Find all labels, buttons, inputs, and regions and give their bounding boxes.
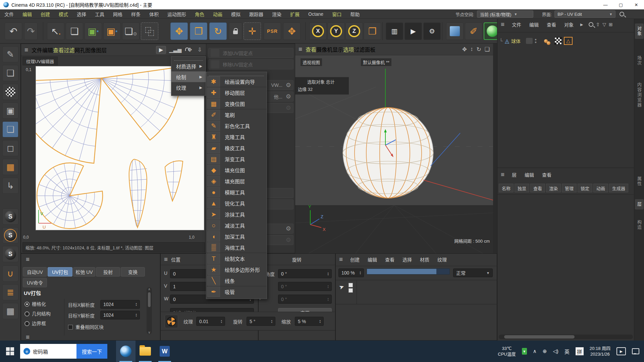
uv-polygons-mode-icon[interactable]: ▦ (2, 159, 18, 175)
texture-mode-icon[interactable] (2, 84, 18, 100)
z-axis-toggle[interactable]: Z (345, 22, 363, 40)
menu-item-material-select[interactable]: 材质选择▶ (171, 61, 206, 71)
uv-menu-item[interactable]: 图像 (85, 46, 96, 54)
magnet-snap-icon[interactable]: ∪ (2, 265, 18, 282)
paint-menu-item[interactable]: 查看 (381, 256, 398, 263)
tab-uv-pack[interactable]: UV打包 (48, 267, 72, 277)
draw-menu-item[interactable]: T 绘制文本 (206, 253, 267, 264)
draw-menu-item[interactable]: ✱ 绘画设置向导 (206, 76, 267, 87)
uv-menu-item[interactable]: 网孔 (74, 46, 85, 54)
blend-mode-dropdown[interactable]: 正常▼ (453, 268, 493, 277)
close-button[interactable]: ✕ (629, 0, 644, 9)
draw-menu-item[interactable]: ◆ 填充位图 (206, 165, 267, 176)
pen-mode-icon[interactable]: ✎ (2, 46, 18, 62)
draw-menu-item[interactable]: ● 模糊工具 (206, 187, 267, 198)
layer-visibility-checkboxes[interactable] (348, 282, 353, 294)
filter-icon[interactable]: ▽ (600, 22, 609, 27)
tab-content-browser[interactable]: 内容浏览器 (635, 80, 644, 110)
tab-auto-uv[interactable]: 自动UV (23, 267, 47, 277)
visibility-dots-icon[interactable]: ●● (535, 38, 537, 44)
gear-icon[interactable]: ⚙ (286, 225, 291, 232)
menu-drag-handle[interactable] (174, 57, 203, 61)
menu-item[interactable]: 编辑 (18, 11, 36, 17)
pie-preview-icon[interactable] (165, 315, 178, 328)
paint-menu-item[interactable]: 选择 (398, 256, 416, 263)
layer-column-header[interactable]: 锁定 (578, 184, 592, 192)
render-settings-button[interactable]: ⚙ (423, 22, 441, 40)
menu-item-texture[interactable]: 纹理▶ (171, 82, 206, 93)
taskbar-cinema4d-icon[interactable] (116, 341, 136, 362)
draw-menu-item[interactable]: ▒ 海绵工具 (206, 242, 267, 253)
menu-item[interactable]: 创建 (36, 11, 54, 17)
material-tag-icon[interactable] (544, 39, 552, 43)
menu-item[interactable]: 帮助 (346, 11, 364, 17)
layer-stack-icon[interactable]: ≣ (2, 284, 18, 300)
layer-column-header[interactable]: 查看 (530, 184, 545, 192)
horizontal-scrollbar[interactable] (499, 335, 633, 339)
menu-item[interactable]: 扩展 (286, 11, 304, 17)
draw-menu-item[interactable]: ╲ 线条 (206, 275, 267, 286)
layer-manager-menu-item[interactable]: 层 (508, 171, 521, 178)
polygons-mode-icon[interactable]: ❏ (2, 121, 18, 137)
network-icon[interactable]: ⊕ (543, 348, 547, 354)
draw-menu-item[interactable]: ★ 绘制多边形外形 (206, 264, 267, 275)
panel-menu-icon[interactable]: ≡ (21, 46, 32, 54)
viewport-menu-item[interactable]: 过滤 (354, 45, 365, 53)
layer-column-header[interactable]: 动画 (593, 184, 608, 192)
paint-brush-button[interactable]: ✐ (465, 22, 482, 40)
search-button[interactable]: 搜索一下 (76, 344, 107, 359)
tab-attributes[interactable]: 属性 (635, 174, 644, 189)
menu-item[interactable]: 网格 (109, 11, 127, 17)
texture-tag-icon[interactable] (554, 37, 562, 45)
download-icon[interactable]: ⇩ (195, 47, 204, 53)
taskbar-explorer-icon[interactable] (136, 341, 155, 362)
layer-column-header[interactable]: 名称 (499, 184, 514, 192)
maximize-button[interactable]: ▢ (613, 0, 629, 9)
layer-manager-menu-item[interactable]: 查看 (538, 171, 555, 178)
axis-mode-icon[interactable]: ↳ (2, 178, 18, 194)
s-tag-icon-3[interactable]: S (2, 246, 18, 262)
uv-menu-item[interactable]: 查看 (53, 46, 64, 54)
object-manager-menu-item[interactable]: 编辑 (525, 21, 543, 28)
draw-menu-item[interactable]: ▤ 渐变工具 (206, 154, 267, 165)
modeling-settings-tool[interactable]: ❏⚙ (122, 22, 140, 40)
media-play-icon[interactable]: ▶ (616, 347, 626, 355)
uv-menu-item[interactable]: 过滤 (64, 46, 74, 54)
histogram-icon[interactable]: ▁▃▅ (167, 47, 184, 53)
panel-menu-icon[interactable]: ≡ (497, 21, 508, 28)
points-mode-icon[interactable]: ▣ (2, 103, 18, 119)
opacity-slider[interactable] (367, 268, 450, 275)
view-name-label[interactable]: 透视视图 (301, 58, 322, 66)
target-x-input[interactable]: 1024▴▾ (100, 300, 140, 309)
tab-relax-uv[interactable]: 松弛 UV (73, 267, 95, 277)
draw-menu-item[interactable]: ➤ 涂抹工具 (206, 209, 267, 220)
live-selection-tool[interactable]: ↖▪ (47, 22, 64, 40)
layer-column-header[interactable]: 生成器 (609, 184, 628, 192)
draw-menu-item[interactable]: ▲ 锐化工具 (206, 198, 267, 209)
gear-icon[interactable]: ⚙ (286, 93, 291, 100)
menu-item[interactable]: 角色 (191, 11, 209, 17)
scale-tool[interactable]: ❒ (190, 22, 207, 40)
taskbar-search-box[interactable]: e 密码箱 (20, 344, 76, 359)
psr-tool[interactable]: PSR (264, 22, 281, 40)
uv-menu-item[interactable]: 编辑 (42, 46, 53, 54)
rotate-input[interactable]: 5 °▴▾ (247, 317, 275, 326)
coordinate-system-toggle[interactable]: ❐ (364, 22, 381, 40)
s-tag-icon-2[interactable]: S (2, 227, 18, 243)
ime-indicator[interactable]: 拼 (576, 347, 584, 355)
tab-objects[interactable]: 对象 (635, 23, 644, 39)
draw-menu-item[interactable]: ✚ 移动图层 (206, 87, 267, 98)
layer-manager-menu-item[interactable]: 编辑 (521, 171, 538, 178)
menu-item[interactable]: 样条 (127, 11, 145, 17)
move-tool[interactable]: ✥ (170, 22, 188, 40)
layer-column-header[interactable]: 独显 (515, 184, 529, 192)
gear-icon[interactable]: ⚙ (286, 81, 291, 89)
remove-uv-pin-button[interactable]: 移除UV固定点 (208, 59, 293, 69)
panel-menu-icon[interactable]: ≡ (161, 256, 171, 263)
viewport-panel[interactable]: ≡ 查看 摄像机 显示 选项 过滤 面板 ✥ ↕ ↻ ❏ (295, 44, 493, 253)
selection-tag-icon[interactable]: △ (564, 37, 573, 45)
draw-menu-item[interactable]: ✐ 笔刷 (206, 109, 267, 120)
usb-device-icon[interactable]: ▼ (522, 348, 527, 355)
model-tool[interactable]: ❏ (66, 22, 83, 40)
cpu-temp-indicator[interactable]: 33℃CPU温度 (498, 346, 516, 357)
